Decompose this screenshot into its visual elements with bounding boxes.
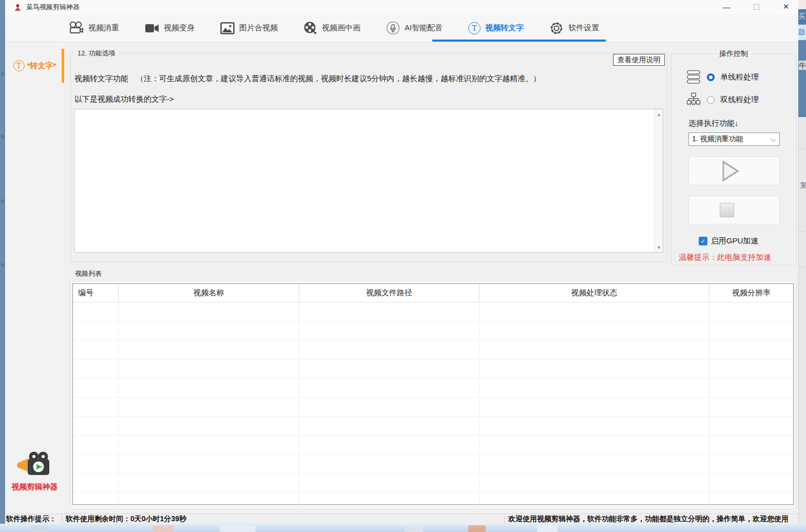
column-header-path[interactable]: 视频文件路径 (299, 284, 479, 302)
table-row[interactable] (73, 302, 793, 321)
film-reel-icon (303, 21, 317, 35)
sidebar-active-bar (62, 49, 64, 83)
stop-button[interactable] (688, 196, 780, 224)
gpu-acceleration-option[interactable]: ✓ 启用GPU加速 (666, 236, 791, 246)
app-window: 菜鸟视频剪辑神器 — ✕ 视频消重 (5, 0, 798, 524)
tab-video-transform[interactable]: 视频变身 (145, 14, 195, 42)
tab-bar: 视频消重 视频变身 图 (5, 14, 798, 42)
scroll-down-icon[interactable]: ▼ (655, 243, 663, 252)
column-header-status[interactable]: 视频处理状态 (479, 284, 709, 302)
taskbar-item[interactable] (31, 525, 48, 532)
table-row[interactable] (73, 321, 793, 340)
table-row[interactable] (73, 378, 793, 397)
single-thread-option[interactable]: 单线程处理 (686, 69, 759, 85)
movie-camera-logo-icon (17, 451, 53, 480)
logo-caption: 视频剪辑神器 (5, 482, 64, 492)
table-cell (119, 416, 299, 435)
tab-video-dedupe[interactable]: 视频消重 (68, 14, 119, 42)
taskbar-item[interactable] (405, 525, 423, 532)
gpu-checkbox[interactable]: ✓ (699, 237, 707, 245)
table-cell (299, 359, 479, 378)
tab-video-to-text[interactable]: T 视频转文字 (468, 14, 524, 42)
transcript-textarea[interactable] (74, 109, 654, 252)
table-cell (709, 473, 793, 492)
title-bar: 菜鸟视频剪辑神器 — ✕ (5, 0, 798, 14)
operation-control-group: 操作控制 单线程处理 (671, 53, 796, 265)
select-function-label: 选择执行功能↓ (688, 119, 739, 128)
taskbar-item[interactable] (537, 525, 558, 532)
table-cell (709, 454, 793, 473)
letter-t-icon: T (468, 22, 481, 34)
table-row[interactable] (73, 340, 793, 359)
tab-label: 视频转文字 (485, 23, 524, 33)
table-cell (299, 416, 479, 435)
welcome-text: 欢迎使用视频剪辑神器，软件功能非常多，功能都是独立分明的，操作简单，欢迎您使用 (508, 515, 789, 524)
movie-camera-icon (68, 21, 84, 35)
single-thread-radio[interactable] (707, 73, 715, 81)
table-cell (119, 435, 299, 454)
tab-video-pip[interactable]: 视频画中画 (303, 14, 360, 42)
table-row[interactable] (73, 435, 793, 454)
table-cell (73, 378, 119, 397)
table-cell (73, 435, 119, 454)
single-thread-icon (686, 69, 701, 85)
table-row[interactable] (73, 359, 793, 378)
table-cell (479, 359, 709, 378)
column-header-resolution[interactable]: 视频分辨率 (709, 284, 793, 302)
background-fragment: 买 (798, 9, 806, 25)
double-thread-option[interactable]: 双线程处理 (686, 92, 759, 107)
os-taskbar[interactable] (0, 524, 806, 532)
table-cell (479, 321, 709, 340)
minimize-button[interactable]: — (718, 0, 735, 13)
double-thread-icon (686, 92, 701, 107)
table-cell (119, 359, 299, 378)
sidebar-item-to-text[interactable]: T *转文字* (5, 49, 64, 83)
table-cell (299, 378, 479, 397)
table-row[interactable] (73, 397, 793, 416)
scroll-up-icon[interactable]: ▲ (655, 110, 663, 119)
table-cell (299, 473, 479, 492)
table-cell (119, 302, 299, 321)
table-cell (73, 397, 119, 416)
tab-ai-dubbing[interactable]: AI智能配音 (386, 14, 443, 42)
tab-label: 图片合视频 (239, 23, 278, 33)
video-camera-icon (145, 23, 159, 33)
table-row[interactable] (73, 454, 793, 473)
table-cell (709, 359, 793, 378)
chevron-down-icon (771, 137, 776, 142)
maximize-button[interactable] (747, 0, 765, 13)
table-row[interactable] (73, 416, 793, 435)
column-header-id[interactable]: 编号 (73, 284, 119, 302)
table-cell (119, 473, 299, 492)
table-cell (299, 302, 479, 321)
close-button[interactable]: ✕ (777, 0, 795, 13)
start-button[interactable] (688, 157, 780, 185)
tab-settings[interactable]: 软件设置 (549, 14, 599, 42)
view-instructions-button[interactable]: 查看使用说明 (613, 54, 665, 66)
table-cell (709, 416, 793, 435)
table-row[interactable] (73, 473, 793, 492)
background-window-right-edge: 买 鼓 牛 复 (798, 0, 806, 524)
transcript-area: ▲ ▼ (74, 109, 663, 253)
taskbar-item[interactable] (220, 525, 256, 532)
table-cell (709, 302, 793, 321)
table-cell (479, 416, 709, 435)
status-divider (504, 515, 505, 523)
table-cell (709, 397, 793, 416)
double-thread-radio[interactable] (707, 96, 715, 104)
table-cell (479, 378, 709, 397)
column-header-name[interactable]: 视频名称 (119, 284, 299, 302)
tab-label: 视频变身 (164, 23, 195, 33)
status-bar: 软件操作提示： 软件使用剩余时间：0天0小时1分39秒 欢迎使用视频剪辑神器，软… (5, 514, 798, 524)
table-cell (119, 378, 299, 397)
taskbar-item[interactable] (468, 525, 486, 532)
sidebar: T *转文字* 视频剪辑神器 (5, 43, 64, 514)
video-list-group: 视频列表 编号 视频名称 视频文件路径 视频处理状态 视频分辨率 (70, 280, 796, 509)
function-dropdown[interactable]: 1. 视频消重功能 (688, 132, 780, 146)
table-row[interactable] (73, 492, 793, 511)
scrollbar[interactable]: ▲ ▼ (654, 109, 663, 252)
table-cell (479, 397, 709, 416)
table-cell (299, 454, 479, 473)
taskbar-item[interactable] (153, 525, 174, 532)
tab-image-to-video[interactable]: 图片合视频 (220, 14, 278, 42)
